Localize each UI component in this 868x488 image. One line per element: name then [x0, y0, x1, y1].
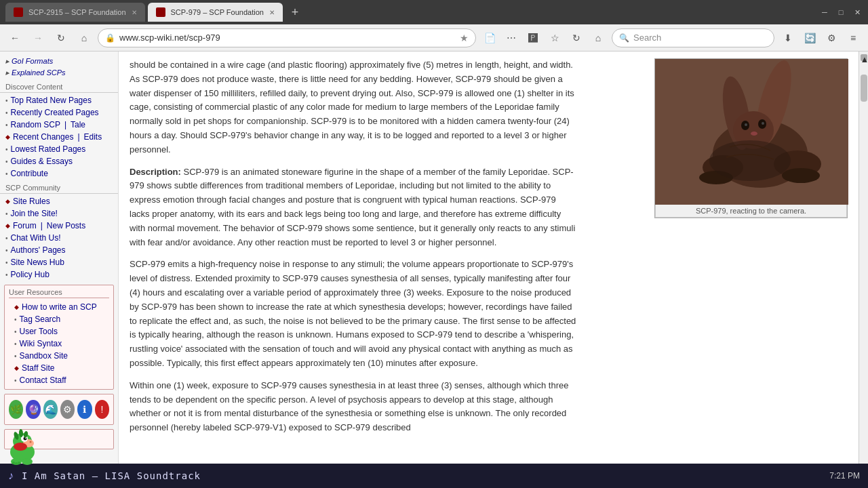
- new-tab-button[interactable]: +: [285, 3, 304, 22]
- icon-green[interactable]: 🌿: [9, 400, 23, 419]
- bullet-icon: •: [5, 271, 8, 279]
- sidebar-item-staff-site[interactable]: ◆ Staff Site: [9, 362, 109, 374]
- download-icon[interactable]: ⬇: [778, 28, 797, 47]
- paragraph-4: Within one (1) week, exposure to SCP-979…: [130, 379, 577, 435]
- icon-red[interactable]: !: [95, 400, 109, 419]
- bullet-icon: •: [14, 328, 17, 336]
- tab2-label: SCP-979 – SCP Foundation: [171, 8, 264, 16]
- bullet-icon: •: [5, 247, 8, 254]
- browser-tab-1[interactable]: SCP-2915 – SCP Foundation ✕: [5, 3, 145, 22]
- sidebar-item-sandbox[interactable]: • Sandbox Site: [9, 350, 109, 362]
- scp-community-title: SCP Community: [0, 180, 118, 194]
- sidebar-item-lowest-rated[interactable]: • Lowest Rated Pages: [0, 143, 118, 155]
- bullet-icon: •: [14, 377, 17, 384]
- gor-formats-item[interactable]: ▸ GoI Formats: [0, 56, 118, 67]
- tab2-close[interactable]: ✕: [269, 9, 275, 16]
- how-to-write-label: How to write an SCP: [22, 302, 97, 312]
- bullet-icon: •: [5, 210, 8, 218]
- sidebar-item-contact-staff[interactable]: • Contact Staff: [9, 374, 109, 386]
- sidebar-item-join[interactable]: • Join the Site!: [0, 207, 118, 220]
- sidebar-item-recent-changes[interactable]: ◆ Recent Changes | Edits: [0, 131, 118, 143]
- sidebar-item-guides[interactable]: • Guides & Essays: [0, 155, 118, 167]
- search-box[interactable]: 🔍 Search: [612, 28, 774, 47]
- bookmarks-icon[interactable]: 📄: [480, 28, 499, 47]
- discover-content-title: Discover Content: [0, 79, 118, 93]
- icons-row: 🌿 🔮 🌊 ⚙ ℹ !: [4, 394, 114, 425]
- sidebar-item-site-news[interactable]: • Site News Hub: [0, 256, 118, 268]
- explained-scps-item[interactable]: ▸ Explained SCPs: [0, 67, 118, 79]
- tale-label: Tale: [71, 120, 85, 129]
- forward-button[interactable]: →: [28, 28, 47, 47]
- sidebar-item-how-to-write[interactable]: ◆ How to write an SCP: [9, 301, 109, 313]
- star-icon[interactable]: ☆: [545, 28, 564, 47]
- image-caption: SCP-979, reacting to the camera.: [655, 205, 847, 218]
- music-bar: ♪ I Am Satan – LISA Soundtrack 7:21 PM: [0, 464, 868, 488]
- home-icon2[interactable]: ⌂: [589, 28, 608, 47]
- sidebar-item-authors[interactable]: • Authors' Pages: [0, 244, 118, 256]
- sidebar-item-site-rules[interactable]: ◆ Site Rules: [0, 195, 118, 207]
- scroll-up-arrow[interactable]: ▲: [861, 54, 867, 61]
- back-button[interactable]: ←: [5, 28, 24, 47]
- maximize-button[interactable]: □: [835, 7, 846, 18]
- bullet-icon: •: [5, 235, 8, 242]
- sidebar-item-chat[interactable]: • Chat With Us!: [0, 232, 118, 244]
- tag-search-label: Tag Search: [20, 314, 61, 324]
- user-resources-box: User Resources ◆ How to write an SCP • T…: [4, 285, 114, 390]
- svg-point-13: [751, 131, 757, 136]
- clock-display: 7:21 PM: [829, 471, 860, 481]
- sidebar-item-top-rated[interactable]: • Top Rated New Pages: [0, 94, 118, 106]
- refresh-icon[interactable]: ↻: [567, 28, 586, 47]
- sidebar-item-forum[interactable]: ◆ Forum | New Posts: [0, 220, 118, 232]
- pocket-icon[interactable]: 🅿: [524, 28, 542, 47]
- svg-point-27: [18, 462, 20, 464]
- page-wrapper: ▸ GoI Formats ▸ Explained SCPs Discover …: [0, 52, 868, 464]
- guides-label: Guides & Essays: [11, 157, 73, 166]
- sidebar-item-policy-hub[interactable]: • Policy Hub: [0, 268, 118, 281]
- diamond-icon: ◆: [14, 304, 19, 310]
- sidebar-item-user-tools[interactable]: • User Tools: [9, 325, 109, 338]
- browser-toolbar: ← → ↻ ⌂ 🔒 www.scp-wiki.net/scp-979 ★ 📄 ⋯…: [0, 24, 868, 52]
- edits-label: Edits: [84, 132, 102, 142]
- browser-tab-2[interactable]: SCP-979 – SCP Foundation ✕: [148, 3, 283, 22]
- address-bar[interactable]: 🔒 www.scp-wiki.net/scp-979 ★: [98, 28, 476, 47]
- sidebar-item-tag-search[interactable]: • Tag Search: [9, 313, 109, 325]
- sidebar-item-wiki-syntax[interactable]: • Wiki Syntax: [9, 338, 109, 350]
- reload-button[interactable]: ↻: [52, 28, 71, 47]
- wiki-syntax-label: Wiki Syntax: [20, 339, 62, 348]
- sidebar-item-recently-created[interactable]: • Recently Created Pages: [0, 106, 118, 119]
- toolbar-icons: 📄 ⋯ 🅿 ☆ ↻ ⌂: [480, 28, 608, 47]
- tab1-close[interactable]: ✕: [132, 9, 137, 16]
- content-text: should be contained in a wire cage (and …: [130, 58, 577, 435]
- close-button[interactable]: ✕: [852, 7, 863, 18]
- sidebar: ▸ GoI Formats ▸ Explained SCPs Discover …: [0, 52, 119, 464]
- scroll-thumb[interactable]: [861, 75, 867, 102]
- svg-point-7: [782, 168, 820, 183]
- icon-blue[interactable]: 🔮: [26, 400, 40, 419]
- recent-changes-label: Recent Changes: [13, 132, 73, 142]
- bookmark-star[interactable]: ★: [460, 33, 469, 43]
- sidebar-item-contribute[interactable]: • Contribute: [0, 167, 118, 180]
- scrollbar[interactable]: ▲: [859, 52, 868, 464]
- paragraph-3: SCP-979 emits a high-frequency noise in …: [130, 258, 577, 370]
- diamond-icon: ◆: [5, 134, 10, 140]
- icon-gray[interactable]: ⚙: [60, 400, 75, 419]
- svg-point-22: [14, 443, 27, 451]
- site-rules-label: Site Rules: [13, 197, 50, 206]
- bullet-icon: •: [5, 158, 8, 165]
- firefox-menu[interactable]: ≡: [844, 28, 863, 47]
- extensions-icon[interactable]: ⚙: [822, 28, 841, 47]
- svg-point-25: [12, 462, 15, 464]
- sync-icon[interactable]: 🔄: [800, 28, 819, 47]
- bullet-icon: •: [14, 340, 17, 348]
- minimize-button[interactable]: ─: [819, 7, 830, 18]
- icon-teal[interactable]: 🌊: [43, 400, 58, 419]
- bullet-icon: •: [5, 146, 8, 153]
- icon-blue2[interactable]: ℹ: [77, 400, 92, 419]
- music-text: I Am Satan – LISA Soundtrack: [22, 470, 201, 481]
- menu-icon[interactable]: ⋯: [502, 28, 521, 47]
- home-button[interactable]: ⌂: [75, 28, 94, 47]
- pipe-separator: |: [41, 221, 43, 230]
- join-label: Join the Site!: [11, 209, 58, 218]
- sidebar-item-random-scp[interactable]: • Random SCP | Tale: [0, 119, 118, 131]
- pipe-separator: |: [77, 132, 79, 142]
